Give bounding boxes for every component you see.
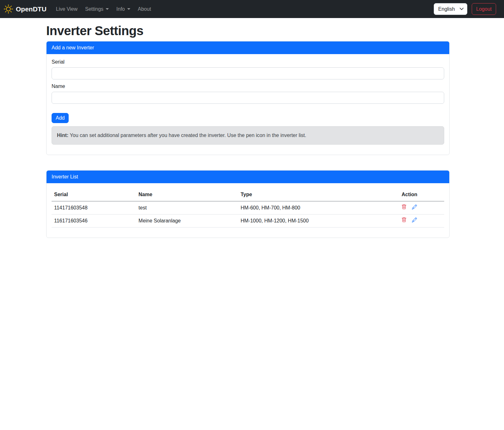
table-row: 116171603546 Meine Solaranlage HM-1000, …	[52, 215, 444, 227]
add-button[interactable]: Add	[52, 113, 69, 123]
cell-name: test	[136, 201, 238, 215]
inverter-list-card-header: Inverter List	[47, 171, 449, 183]
main-content: Inverter Settings Add a new Inverter Ser…	[46, 24, 450, 238]
pencil-icon	[412, 204, 417, 209]
nav-settings[interactable]: Settings	[83, 4, 111, 15]
nav-live-view[interactable]: Live View	[53, 4, 80, 15]
column-header-name: Name	[136, 188, 238, 201]
cell-name: Meine Solaranlage	[136, 215, 238, 227]
brand-link[interactable]: OpenDTU	[4, 4, 47, 14]
hint-text: You can set additional parameters after …	[70, 133, 306, 138]
page-title: Inverter Settings	[46, 24, 450, 38]
logout-button[interactable]: Logout	[472, 3, 496, 15]
navbar: OpenDTU Live View Settings Info About En…	[0, 0, 504, 18]
dropdown-caret-icon	[127, 8, 130, 10]
column-header-type: Type	[238, 188, 399, 201]
serial-label: Serial	[52, 59, 444, 65]
add-inverter-card: Add a new Inverter Serial Name Add Hint:…	[46, 41, 450, 155]
column-header-serial: Serial	[52, 188, 136, 201]
inverter-table: Serial Name Type Action 114171603548 tes…	[52, 188, 444, 227]
serial-input[interactable]	[52, 67, 444, 79]
nav-info[interactable]: Info	[114, 4, 133, 15]
dropdown-caret-icon	[106, 8, 109, 10]
delete-inverter-button[interactable]	[401, 217, 407, 222]
language-select[interactable]: English	[434, 3, 467, 15]
table-row: 114171603548 test HM-600, HM-700, HM-800	[52, 201, 444, 215]
sun-icon	[4, 4, 16, 14]
brand-label: OpenDTU	[16, 5, 47, 13]
inverter-list-card: Inverter List Serial Name Type Action 11…	[46, 170, 450, 238]
cell-type: HM-600, HM-700, HM-800	[238, 201, 399, 215]
cell-serial: 116171603546	[52, 215, 136, 227]
name-input[interactable]	[52, 92, 444, 104]
edit-inverter-button[interactable]	[412, 217, 417, 222]
hint-prefix: Hint:	[57, 133, 68, 138]
column-header-action: Action	[399, 188, 444, 201]
inverter-table-body: 114171603548 test HM-600, HM-700, HM-800	[52, 201, 444, 227]
nav-about[interactable]: About	[135, 4, 154, 15]
trash-icon	[401, 204, 407, 209]
trash-icon	[401, 217, 407, 222]
cell-type: HM-1000, HM-1200, HM-1500	[238, 215, 399, 227]
add-inverter-card-header: Add a new Inverter	[47, 41, 449, 54]
pencil-icon	[412, 217, 417, 222]
cell-serial: 114171603548	[52, 201, 136, 215]
delete-inverter-button[interactable]	[401, 204, 407, 209]
hint-alert: Hint: You can set additional parameters …	[52, 126, 444, 145]
edit-inverter-button[interactable]	[412, 204, 417, 209]
name-label: Name	[52, 84, 444, 89]
